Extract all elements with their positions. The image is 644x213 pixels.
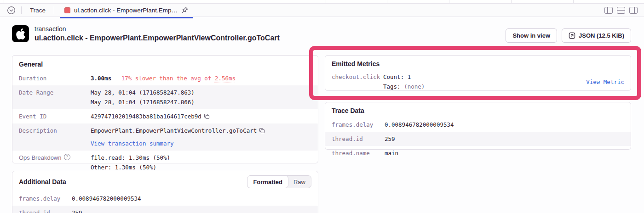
duration-value: 3.00ms bbox=[91, 75, 111, 82]
additional-data-section: Additional Data Formatted Raw frames.del… bbox=[12, 171, 318, 213]
row-key: frames.delay bbox=[19, 194, 72, 203]
table-row: thread.id 259 bbox=[12, 206, 318, 213]
date-range-start: May 28, 01:04 (1716858247.863) bbox=[91, 88, 195, 97]
apple-platform-icon bbox=[12, 25, 29, 42]
metric-row: checkout.click Count: 1 Tags: (none) Vie… bbox=[325, 71, 631, 93]
event-type-label: transaction bbox=[34, 25, 280, 33]
row-key: Description bbox=[19, 126, 91, 148]
trace-data-heading: Trace Data bbox=[332, 107, 624, 114]
duration-slower-note: 17% slower than the avg of 2.56ms bbox=[121, 75, 236, 82]
emitted-metrics-heading: Emitted Metrics bbox=[332, 60, 624, 67]
copy-icon[interactable] bbox=[259, 128, 265, 134]
clipped-table-edge bbox=[0, 0, 644, 4]
metric-count: Count: 1 bbox=[383, 72, 425, 82]
avg-duration-value[interactable]: 2.56ms bbox=[215, 75, 236, 82]
row-value: 0.008946782000009534 bbox=[385, 120, 454, 129]
page-title: ui.action.click - EmpowerPlant.EmpowerPl… bbox=[34, 34, 280, 42]
row-value: main bbox=[385, 148, 398, 158]
trace-data-section: Trace Data frames.delay 0.00894678200000… bbox=[325, 102, 631, 150]
transaction-color-swatch-icon bbox=[64, 7, 70, 13]
row-key: Ops Breakdown? bbox=[19, 153, 91, 172]
description-value: EmpowerPlant.EmpowerPlantViewController.… bbox=[91, 127, 257, 134]
active-tab-label: ui.action.click - EmpowerPlant.Emp… bbox=[74, 7, 178, 14]
general-heading: General bbox=[19, 61, 311, 68]
trace-detail-panel: Trace ui.action.click - EmpowerPlant.Emp… bbox=[0, 0, 644, 213]
event-id-value: 429747102019483ba81ba164617ceb9d bbox=[91, 113, 201, 120]
formatted-toggle-option[interactable]: Formatted bbox=[247, 175, 288, 188]
row-key: Event ID bbox=[19, 112, 91, 121]
layout-right-panel-icon[interactable] bbox=[629, 7, 638, 14]
copy-icon[interactable] bbox=[204, 113, 210, 119]
chevron-down-circle-icon bbox=[7, 6, 16, 15]
layout-left-panel-icon[interactable] bbox=[604, 7, 613, 14]
ops-breakdown-file-read: file.read: 1.30ms (50%) bbox=[91, 153, 170, 163]
json-button-label: JSON (12.5 KiB) bbox=[579, 32, 624, 39]
row-date-range: Date Range May 28, 01:04 (1716858247.863… bbox=[12, 85, 318, 109]
drawer-layout-toggles bbox=[604, 4, 638, 17]
row-key: Date Range bbox=[19, 88, 91, 107]
view-transaction-summary-link[interactable]: View transaction summary bbox=[91, 140, 174, 147]
raw-toggle-option[interactable]: Raw bbox=[288, 176, 311, 188]
row-duration: Duration 3.00ms 17% slower than the avg … bbox=[12, 71, 318, 85]
metric-tags: Tags: (none) bbox=[383, 82, 425, 91]
table-row: frames.delay 0.008946782000009534 bbox=[12, 191, 318, 206]
row-key: thread.id bbox=[332, 134, 385, 144]
date-range-end: May 28, 01:04 (1716858247.866) bbox=[91, 97, 195, 107]
row-key: frames.delay bbox=[332, 120, 385, 129]
table-row: frames.delay 0.008946782000009534 bbox=[325, 118, 631, 132]
row-event-id: Event ID 429747102019483ba81ba164617ceb9… bbox=[12, 109, 318, 123]
help-question-icon[interactable]: ? bbox=[64, 154, 70, 160]
transaction-header: transaction ui.action.click - EmpowerPla… bbox=[12, 25, 280, 42]
metric-name: checkout.click bbox=[332, 72, 383, 82]
trace-drawer-tabbar: Trace ui.action.click - EmpowerPlant.Emp… bbox=[0, 4, 644, 17]
layout-bottom-panel-icon[interactable] bbox=[617, 7, 625, 14]
row-key: Duration bbox=[19, 73, 91, 83]
tab-transaction-active[interactable]: ui.action.click - EmpowerPlant.Emp… bbox=[60, 4, 193, 17]
collapse-drawer-button[interactable] bbox=[6, 6, 16, 15]
tab-divider bbox=[21, 6, 22, 14]
json-download-button[interactable]: JSON (12.5 KiB) bbox=[562, 28, 631, 43]
row-key: thread.id bbox=[19, 208, 72, 213]
format-toggle: Formatted Raw bbox=[247, 175, 311, 188]
row-value: 259 bbox=[385, 134, 395, 144]
view-metric-link[interactable]: View Metric bbox=[586, 77, 624, 87]
tab-trace[interactable]: Trace bbox=[27, 7, 48, 14]
row-value: 0.008946782000009534 bbox=[72, 194, 141, 203]
tab-divider bbox=[54, 6, 54, 14]
external-link-icon bbox=[569, 32, 575, 39]
row-key: thread.name bbox=[332, 148, 385, 158]
table-row: thread.id 259 bbox=[325, 132, 631, 146]
show-in-view-button[interactable]: Show in view bbox=[506, 28, 557, 43]
show-in-view-label: Show in view bbox=[512, 32, 550, 39]
row-value: 259 bbox=[72, 208, 82, 213]
pin-icon[interactable] bbox=[181, 6, 189, 14]
table-row: thread.name main bbox=[325, 146, 631, 160]
emitted-metrics-section: Emitted Metrics checkout.click Count: 1 … bbox=[325, 55, 631, 91]
header-actions: Show in view JSON (12.5 KiB) bbox=[506, 28, 631, 43]
additional-data-heading: Additional Data bbox=[19, 178, 66, 185]
general-section: General Duration 3.00ms 17% slower than … bbox=[12, 55, 318, 163]
row-description: Description EmpowerPlant.EmpowerPlantVie… bbox=[12, 123, 318, 151]
